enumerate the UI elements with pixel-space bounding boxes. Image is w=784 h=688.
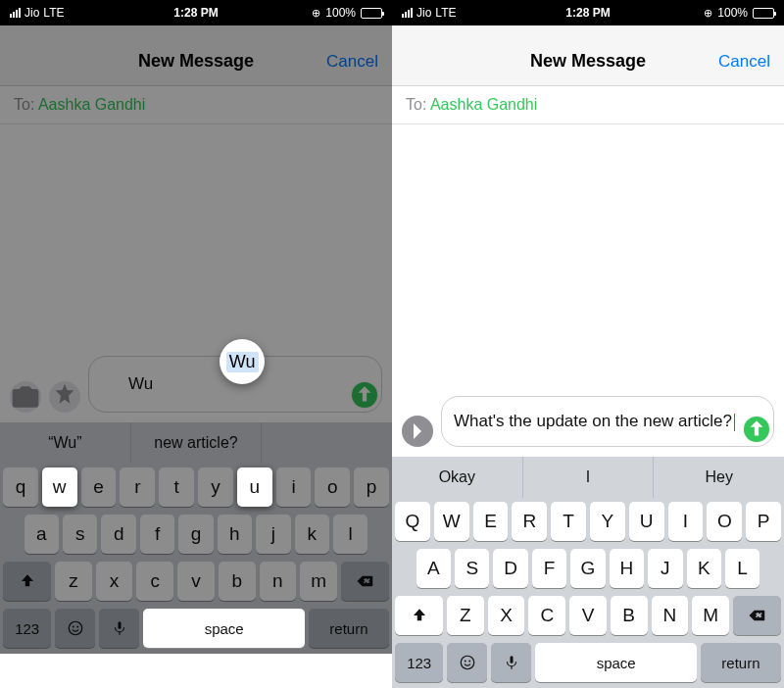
appstore-button[interactable] xyxy=(49,381,80,413)
emoji-key[interactable] xyxy=(55,609,95,648)
quicktype-bar: “Wu” new article? xyxy=(0,422,392,464)
carrier-label: Jio xyxy=(24,6,39,20)
svg-point-6 xyxy=(465,661,466,663)
key-x[interactable]: X xyxy=(488,596,525,635)
key-f[interactable]: F xyxy=(532,549,566,588)
key-u[interactable]: u xyxy=(237,467,272,507)
key-j[interactable]: J xyxy=(648,549,682,588)
key-p[interactable]: P xyxy=(746,502,781,541)
key-d[interactable]: D xyxy=(493,549,527,588)
svg-point-0 xyxy=(69,621,82,635)
signal-icon xyxy=(10,8,21,18)
key-v[interactable]: v xyxy=(177,562,215,601)
cancel-button[interactable]: Cancel xyxy=(326,52,378,72)
key-l[interactable]: l xyxy=(333,515,368,554)
space-key[interactable]: space xyxy=(535,643,696,682)
key-i[interactable]: i xyxy=(276,467,312,507)
key-w[interactable]: w xyxy=(42,467,77,507)
key-c[interactable]: c xyxy=(136,562,173,601)
key-y[interactable]: Y xyxy=(590,502,625,541)
text-shortcut-popup: Wu xyxy=(220,339,265,384)
battery-icon xyxy=(753,8,774,19)
key-i[interactable]: I xyxy=(668,502,704,541)
emoji-key[interactable] xyxy=(447,643,487,682)
to-field[interactable]: To: Aashka Gandhi xyxy=(0,86,392,124)
key-a[interactable]: A xyxy=(416,549,451,588)
clock: 1:28 PM xyxy=(565,6,610,20)
shift-key[interactable] xyxy=(395,596,443,635)
key-n[interactable]: N xyxy=(652,596,689,635)
key-q[interactable]: q xyxy=(3,467,38,507)
key-e[interactable]: E xyxy=(473,502,509,541)
key-h[interactable]: H xyxy=(610,549,644,588)
delete-key[interactable] xyxy=(341,562,389,601)
key-d[interactable]: d xyxy=(101,515,135,554)
space-key[interactable]: space xyxy=(143,609,304,648)
key-z[interactable]: Z xyxy=(447,596,484,635)
key-g[interactable]: g xyxy=(178,515,213,554)
key-c[interactable]: C xyxy=(528,596,565,635)
key-q[interactable]: Q xyxy=(395,502,430,541)
key-v[interactable]: V xyxy=(569,596,607,635)
message-composer: What's the update on the new article? xyxy=(392,390,784,457)
key-k[interactable]: K xyxy=(687,549,721,588)
key-t[interactable]: t xyxy=(159,467,194,507)
key-t[interactable]: T xyxy=(551,502,586,541)
quicktype-bar: Okay I Hey xyxy=(392,457,784,498)
key-b[interactable]: B xyxy=(611,596,648,635)
key-x[interactable]: x xyxy=(96,562,133,601)
message-input[interactable]: What's the update on the new article? xyxy=(441,396,774,447)
quicktype-suggestion[interactable]: Hey xyxy=(654,457,784,498)
quicktype-suggestion[interactable]: new article? xyxy=(131,422,263,464)
text-caret xyxy=(734,414,735,431)
cancel-button[interactable]: Cancel xyxy=(718,52,770,72)
key-z[interactable]: z xyxy=(55,562,92,601)
key-p[interactable]: p xyxy=(354,467,389,507)
key-l[interactable]: L xyxy=(725,549,760,588)
key-m[interactable]: m xyxy=(300,562,337,601)
quicktype-suggestion[interactable]: “Wu” xyxy=(0,422,131,464)
numbers-key[interactable]: 123 xyxy=(3,609,51,648)
key-r[interactable]: r xyxy=(120,467,155,507)
key-j[interactable]: j xyxy=(256,515,290,554)
delete-key[interactable] xyxy=(733,596,781,635)
key-f[interactable]: f xyxy=(140,515,174,554)
key-s[interactable]: s xyxy=(63,515,97,554)
dictation-key[interactable] xyxy=(491,643,531,682)
key-g[interactable]: G xyxy=(570,549,605,588)
key-k[interactable]: k xyxy=(295,515,329,554)
return-key[interactable]: return xyxy=(309,609,389,648)
key-m[interactable]: M xyxy=(692,596,729,635)
numbers-key[interactable]: 123 xyxy=(395,643,443,682)
key-y[interactable]: y xyxy=(198,467,233,507)
shift-icon xyxy=(19,572,36,590)
shift-key[interactable] xyxy=(3,562,51,601)
key-o[interactable]: O xyxy=(707,502,742,541)
key-u[interactable]: U xyxy=(629,502,664,541)
camera-button[interactable] xyxy=(10,381,41,413)
message-composer: Wu Wu xyxy=(0,350,392,422)
send-button[interactable] xyxy=(744,417,769,442)
quicktype-suggestion[interactable] xyxy=(262,422,392,464)
quicktype-suggestion[interactable]: Okay xyxy=(392,457,523,498)
key-b[interactable]: b xyxy=(219,562,256,601)
message-input-text: Wu xyxy=(128,373,182,394)
svg-point-7 xyxy=(468,661,470,663)
dictation-key[interactable] xyxy=(99,609,139,648)
backspace-icon xyxy=(356,572,373,590)
return-key[interactable]: return xyxy=(701,643,781,682)
key-s[interactable]: S xyxy=(455,549,489,588)
key-h[interactable]: h xyxy=(218,515,252,554)
key-a[interactable]: a xyxy=(24,515,59,554)
expand-apps-button[interactable] xyxy=(402,416,433,447)
message-input[interactable]: Wu Wu xyxy=(88,356,382,413)
key-o[interactable]: o xyxy=(315,467,350,507)
send-button[interactable] xyxy=(352,382,377,408)
quicktype-suggestion[interactable]: I xyxy=(523,457,655,498)
key-n[interactable]: n xyxy=(260,562,297,601)
to-label: To: xyxy=(14,96,34,113)
key-w[interactable]: W xyxy=(434,502,469,541)
key-e[interactable]: e xyxy=(81,467,117,507)
to-field[interactable]: To: Aashka Gandhi xyxy=(392,86,784,124)
key-r[interactable]: R xyxy=(512,502,547,541)
